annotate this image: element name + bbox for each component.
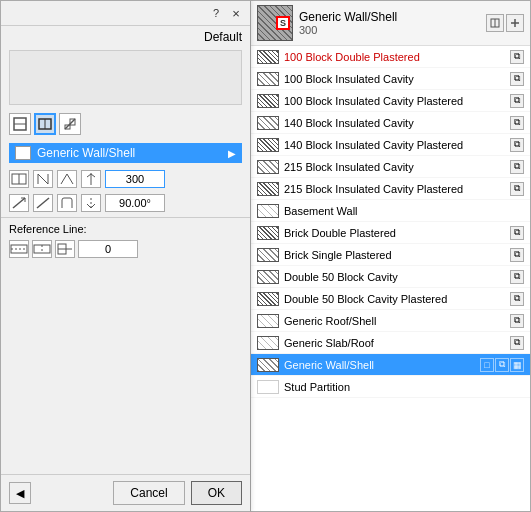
title-bar: ? × (1, 1, 250, 26)
wall-type-name: Double 50 Block Cavity (284, 271, 505, 283)
ctrl-icon-5[interactable] (9, 194, 29, 212)
dropdown-header: S Generic Wall/Shell 300 (251, 1, 530, 46)
wall-type-icon (257, 93, 279, 109)
ref-line-icon-2[interactable] (32, 240, 52, 258)
wall-type-icon (257, 269, 279, 285)
action-icon[interactable]: ⧉ (510, 270, 524, 284)
wall-type-name: Generic Slab/Roof (284, 337, 505, 349)
header-action-1[interactable] (486, 14, 504, 32)
item-actions: ⧉ (510, 138, 524, 152)
wall-type-name: 140 Block Insulated Cavity (284, 117, 505, 129)
item-actions: ⧉ (510, 72, 524, 86)
wall-type-name: Double 50 Block Cavity Plastered (284, 293, 505, 305)
ctrl-icon-7[interactable] (57, 194, 77, 212)
ctrl-icon-8[interactable] (81, 194, 101, 212)
left-panel: ? × Default Generic Wall/Shell ▶ (0, 0, 250, 512)
action-icon[interactable]: ⧉ (510, 50, 524, 64)
list-item[interactable]: 215 Block Insulated Cavity Plastered⧉ (251, 178, 530, 200)
wall-type-icon (257, 71, 279, 87)
type-name: Generic Wall/Shell (37, 146, 135, 160)
list-item[interactable]: 100 Block Double Plastered⧉ (251, 46, 530, 68)
action-icon[interactable]: ⧉ (510, 226, 524, 240)
wall-type-name: 140 Block Insulated Cavity Plastered (284, 139, 505, 151)
wall-type-icon (257, 313, 279, 329)
list-item[interactable]: Basement Wall (251, 200, 530, 222)
list-item[interactable]: Brick Double Plastered⧉ (251, 222, 530, 244)
cancel-button[interactable]: Cancel (113, 481, 184, 505)
header-action-2[interactable] (506, 14, 524, 32)
action-icon[interactable]: ⧉ (495, 358, 509, 372)
list-item[interactable]: Brick Single Plastered⧉ (251, 244, 530, 266)
preview-area (9, 50, 242, 105)
item-actions: □⧉▦ (480, 358, 524, 372)
list-item[interactable]: 140 Block Insulated Cavity⧉ (251, 112, 530, 134)
action-icon[interactable]: ⧉ (510, 160, 524, 174)
view-btn-1[interactable] (9, 113, 31, 135)
list-item[interactable]: 215 Block Insulated Cavity⧉ (251, 156, 530, 178)
action-icon[interactable]: □ (480, 358, 494, 372)
type-selector[interactable]: Generic Wall/Shell ▶ (9, 143, 242, 163)
ctrl-icon-6[interactable] (33, 194, 53, 212)
nav-button[interactable]: ◀ (9, 482, 31, 504)
action-icon[interactable]: ⧉ (510, 336, 524, 350)
list-item[interactable]: Generic Wall/Shell□⧉▦ (251, 354, 530, 376)
wall-type-name: Basement Wall (284, 205, 519, 217)
list-item[interactable]: Stud Partition (251, 376, 530, 398)
action-icon[interactable]: ⧉ (510, 72, 524, 86)
header-text: Generic Wall/Shell 300 (299, 10, 480, 36)
list-item[interactable]: 140 Block Insulated Cavity Plastered⧉ (251, 134, 530, 156)
ref-line-icon-1[interactable] (9, 240, 29, 258)
action-icon[interactable]: ⧉ (510, 116, 524, 130)
item-actions: ⧉ (510, 270, 524, 284)
ctrl-icon-3[interactable] (57, 170, 77, 188)
action-icon[interactable]: ⧉ (510, 138, 524, 152)
main-dialog: ? × Default Generic Wall/Shell ▶ (0, 0, 531, 512)
ctrl-icon-2[interactable] (33, 170, 53, 188)
separator-1 (1, 217, 250, 218)
wall-type-name: Generic Roof/Shell (284, 315, 505, 327)
item-actions: ⧉ (510, 116, 524, 130)
wall-type-name: 215 Block Insulated Cavity Plastered (284, 183, 505, 195)
list-item[interactable]: 100 Block Insulated Cavity Plastered⧉ (251, 90, 530, 112)
item-actions: ⧉ (510, 314, 524, 328)
item-actions: ⧉ (510, 50, 524, 64)
wall-type-icon (257, 137, 279, 153)
wall-type-list[interactable]: 100 Block Double Plastered⧉100 Block Ins… (251, 46, 530, 511)
controls-row-2 (1, 191, 250, 215)
angle-input[interactable] (105, 194, 165, 212)
view-btn-2[interactable] (34, 113, 56, 135)
list-item[interactable]: 100 Block Insulated Cavity⧉ (251, 68, 530, 90)
action-icon[interactable]: ▦ (510, 358, 524, 372)
ref-line-input[interactable] (78, 240, 138, 258)
wall-type-name: 100 Block Insulated Cavity Plastered (284, 95, 505, 107)
dimension-input[interactable] (105, 170, 165, 188)
ref-line-icon-3[interactable] (55, 240, 75, 258)
wall-type-icon (257, 357, 279, 373)
wall-type-icon (257, 159, 279, 175)
list-item[interactable]: Double 50 Block Cavity Plastered⧉ (251, 288, 530, 310)
close-button[interactable]: × (228, 5, 244, 21)
wall-type-icon (257, 181, 279, 197)
action-icon[interactable]: ⧉ (510, 248, 524, 262)
action-icon[interactable]: ⧉ (510, 314, 524, 328)
right-panel: S Generic Wall/Shell 300 100 Block Doubl… (250, 0, 531, 512)
help-button[interactable]: ? (208, 5, 224, 21)
item-actions: ⧉ (510, 226, 524, 240)
wall-type-icon (257, 225, 279, 241)
list-item[interactable]: Generic Slab/Roof⧉ (251, 332, 530, 354)
ctrl-icon-4[interactable] (81, 170, 101, 188)
action-icon[interactable]: ⧉ (510, 292, 524, 306)
list-item[interactable]: Double 50 Block Cavity⧉ (251, 266, 530, 288)
header-sub: 300 (299, 24, 480, 36)
wall-preview-header: S (257, 5, 293, 41)
wall-type-icon (257, 203, 279, 219)
ctrl-icon-1[interactable] (9, 170, 29, 188)
ok-button[interactable]: OK (191, 481, 242, 505)
item-actions: ⧉ (510, 248, 524, 262)
wall-type-icon (257, 115, 279, 131)
view-btn-3[interactable] (59, 113, 81, 135)
item-actions: ⧉ (510, 160, 524, 174)
action-icon[interactable]: ⧉ (510, 182, 524, 196)
action-icon[interactable]: ⧉ (510, 94, 524, 108)
list-item[interactable]: Generic Roof/Shell⧉ (251, 310, 530, 332)
